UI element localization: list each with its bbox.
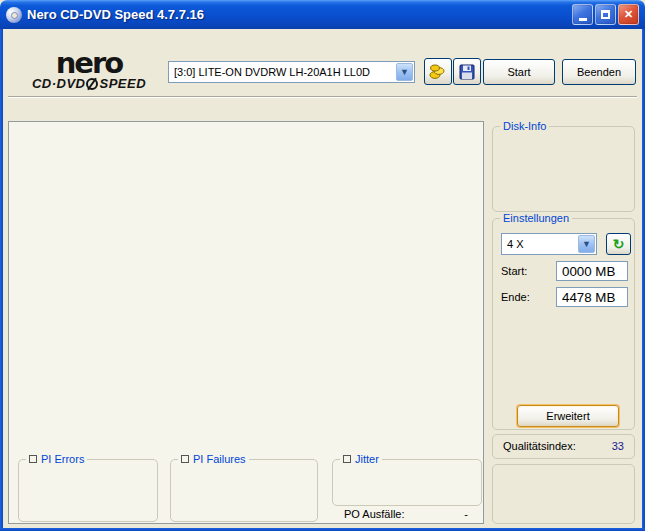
disk-info-title: Disk-Info [500, 120, 549, 132]
quality-index-label: Qualitätsindex: [503, 440, 576, 452]
window-border-left [0, 29, 3, 528]
advanced-button[interactable]: Erweitert [517, 405, 619, 427]
start-button[interactable]: Start [483, 59, 555, 85]
pi-errors-x-axis [46, 276, 456, 289]
quality-index-box: Qualitätsindex: 33 [492, 434, 635, 459]
chevron-down-icon: ▼ [400, 67, 409, 77]
drive-select[interactable]: [3:0] LITE-ON DVDRW LH-20A1H LL0D ▼ [168, 61, 415, 83]
close-icon: ✕ [624, 8, 633, 21]
eject-disc-button[interactable] [424, 58, 452, 85]
speed-select[interactable]: 4 X ▼ [501, 233, 597, 255]
jitter-stats-title: Jitter [355, 453, 379, 465]
minimize-icon [579, 18, 587, 21]
jitter-legend-icon [343, 455, 351, 463]
pif-right-axis [459, 300, 485, 433]
end-field[interactable] [556, 287, 628, 307]
minimize-button[interactable] [572, 4, 593, 25]
end-field-label: Ende: [501, 291, 556, 303]
start-field[interactable] [556, 261, 628, 281]
start-field-label: Start: [501, 265, 556, 277]
pi-errors-stats-title: PI Errors [41, 453, 84, 465]
pi-errors-legend-icon [29, 455, 37, 463]
pi-errors-left-axis [10, 137, 43, 273]
po-failures-value: - [464, 508, 468, 520]
quality-index-value: 33 [612, 440, 624, 452]
settings-box: Einstellungen 4 X ▼ ↻ Start: Ende: Erwei… [492, 218, 635, 430]
speed-select-value: 4 X [502, 238, 578, 250]
title-bar: Nero CD-DVD Speed 4.7.7.16 ✕ [0, 0, 645, 29]
chevron-down-icon: ▼ [582, 239, 591, 249]
app-cd-icon [6, 7, 22, 23]
pi-failures-stats-title: PI Failures [193, 453, 246, 465]
logo-disc-icon [86, 78, 98, 90]
maximize-button[interactable] [595, 4, 616, 25]
save-icon [459, 64, 475, 80]
nero-logo: nero CD·DVDSPEED [14, 50, 164, 91]
menu-bar [3, 29, 642, 47]
drive-select-arrow[interactable]: ▼ [396, 63, 413, 81]
quit-button[interactable]: Beenden [562, 59, 636, 85]
disk-info-box: Disk-Info [492, 126, 635, 212]
coins-icon [429, 64, 447, 80]
save-button[interactable] [453, 58, 481, 85]
drive-select-value: [3:0] LITE-ON DVDRW LH-20A1H LL0D [169, 66, 396, 78]
app-window: Nero CD-DVD Speed 4.7.7.16 ✕ nero CD·DVD… [0, 0, 645, 531]
refresh-icon: ↻ [613, 236, 625, 252]
refresh-speed-button[interactable]: ↻ [606, 233, 631, 255]
pi-failures-stats-box: PI Failures [170, 459, 318, 522]
settings-title: Einstellungen [500, 212, 572, 224]
po-failures-row: PO Ausfälle: - [336, 508, 476, 520]
maximize-icon [601, 10, 610, 19]
logo-cddvd-text: CD·DVD [32, 76, 86, 91]
close-button[interactable]: ✕ [618, 4, 639, 25]
pif-left-axis [10, 300, 43, 433]
po-failures-label: PO Ausfälle: [344, 508, 405, 520]
toolbar-separator [8, 96, 637, 98]
window-title: Nero CD-DVD Speed 4.7.7.16 [27, 7, 570, 22]
progress-box [492, 464, 635, 524]
logo-speed-text: SPEED [99, 76, 146, 91]
pi-failures-legend-icon [181, 455, 189, 463]
speed-select-arrow[interactable]: ▼ [578, 235, 595, 253]
pi-errors-right-axis [459, 137, 485, 273]
pi-errors-stats-box: PI Errors [18, 459, 158, 522]
jitter-stats-box: Jitter [332, 459, 482, 506]
pi-failures-jitter-chart [46, 300, 456, 433]
pi-errors-chart [46, 137, 456, 273]
pif-x-axis [46, 437, 456, 450]
nero-logo-text: nero [14, 50, 164, 76]
